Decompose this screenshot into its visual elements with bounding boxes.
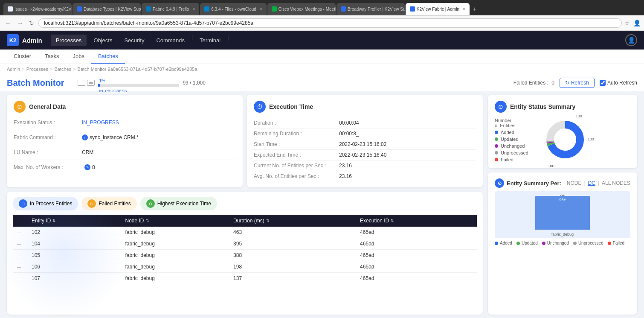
per-tab-node[interactable]: NODE: [567, 180, 582, 186]
nav-security[interactable]: Security: [119, 35, 149, 46]
current-eps-row: Current No. of Entities per Sec : 23.16: [254, 160, 476, 171]
fabric-command-info-icon[interactable]: i: [82, 134, 88, 140]
col-entity-id[interactable]: Entity ID ⇅: [27, 215, 121, 227]
grid-icon[interactable]: [78, 80, 85, 86]
forward-button[interactable]: →: [15, 19, 25, 27]
tab-failed-entities[interactable]: ⊙ Failed Entities: [81, 197, 136, 210]
user-avatar[interactable]: 👤: [625, 34, 637, 46]
auto-refresh-toggle[interactable]: Auto Refresh: [600, 80, 637, 86]
donut-label-top: 100: [576, 114, 582, 118]
auto-refresh-checkbox[interactable]: [600, 80, 606, 86]
donut-label-bottom: 100: [548, 164, 554, 168]
legend-dot-unprocessed: [495, 151, 498, 155]
row-toggle[interactable]: —: [17, 253, 21, 258]
progress-status-label: IN_PROGRESS: [99, 89, 127, 93]
per-tab-all-nodes[interactable]: ALL NODES: [602, 180, 630, 186]
row-toggle[interactable]: —: [17, 230, 21, 235]
subnav-jobs[interactable]: Jobs: [66, 50, 91, 64]
table-row: — 107 fabric_debug 137 465ad: [13, 273, 477, 283]
tab-database-types[interactable]: Database Types | K2View Supp... ×: [73, 3, 141, 15]
per-legend: Added Updated Unchanged Unprocessed: [495, 241, 630, 245]
entity-status-title: Entity Status Summary: [510, 103, 575, 110]
back-button[interactable]: ←: [3, 19, 13, 27]
breadcrumb-batches[interactable]: Batches: [54, 67, 71, 72]
tab-owncloud[interactable]: 6.3.4 - Files - ownCloud ×: [200, 3, 266, 15]
table-row: — 102 fabric_debug 463 465ad: [13, 227, 477, 238]
refresh-button[interactable]: ↻ Refresh: [560, 78, 595, 88]
breadcrumb: Admin > Processes > Batches > Batch Moni…: [0, 64, 644, 74]
entity-per-icon: ⊙: [495, 178, 504, 188]
execution-id-cell: 465ad: [356, 250, 477, 261]
nav-terminal[interactable]: Terminal: [194, 35, 226, 46]
row-toggle[interactable]: —: [17, 265, 21, 269]
col-node-id[interactable]: Node ID ⇅: [121, 215, 229, 227]
per-legend-updated: Updated: [516, 241, 538, 245]
entity-id-cell: 106: [27, 261, 121, 273]
process-entities-section: ⊙ In Process Entities ⊙ Failed Entities …: [7, 192, 483, 315]
entity-per-card: ⊙ Entity Summary Per: NODE | DC | ALL NO…: [488, 172, 637, 315]
chart-bar-value: 96+: [535, 196, 589, 202]
subnav-cluster[interactable]: Cluster: [7, 50, 38, 64]
general-data-title: General Data: [29, 103, 66, 110]
list-icon[interactable]: [87, 80, 95, 86]
view-toggle[interactable]: [78, 80, 95, 86]
tab-broadway[interactable]: Broadway Profiler | K2View Sup... ×: [337, 3, 405, 15]
tab-k2view-admin[interactable]: K2View Fabric | Admin ×: [406, 3, 470, 15]
per-dot-unprocessed: [573, 242, 577, 245]
nav-objects[interactable]: Objects: [88, 35, 117, 46]
per-tab-dc[interactable]: DC: [588, 180, 595, 186]
donut-area: 100 100: [544, 118, 586, 162]
entities-table: Entity ID ⇅ Node ID ⇅ Duration (ms) ⇅ Ex…: [13, 215, 477, 283]
address-bar[interactable]: [38, 18, 622, 28]
per-legend-added: Added: [495, 241, 512, 245]
fabric-command-row: Fabric Command : i sync_instance CRM.*: [14, 133, 236, 142]
subnav-tasks[interactable]: Tasks: [38, 50, 66, 64]
duration-cell: 463: [229, 227, 356, 238]
subnav-batches[interactable]: Batches: [91, 50, 125, 64]
entity-status-chart: Numberof Entities Added Updated: [495, 118, 630, 162]
tab-highest-exec[interactable]: ⊙ Highest Execution Time: [140, 197, 217, 210]
col-execution-id[interactable]: Execution ID ⇅: [356, 215, 477, 227]
lu-name-row: LU Name : CRM: [14, 148, 236, 157]
execution-id-cell: 465ad: [356, 227, 477, 238]
legend-dot-updated: [495, 137, 498, 141]
tab-issues[interactable]: Issues · k2view-academy/K2Vie... ×: [3, 3, 72, 15]
tab-trello[interactable]: Fabric 6.4.9 | Trello ×: [142, 3, 199, 15]
header-right: Failed Entities : 0 ↻ Refresh Auto Refre…: [513, 78, 637, 88]
tab-bar: Issues · k2view-academy/K2Vie... × Datab…: [0, 0, 644, 15]
failed-entities-tab-label: Failed Entities: [99, 201, 131, 207]
right-panel: ⊙ Entity Status Summary Numberof Entitie…: [488, 95, 637, 315]
donut-chart-svg: [544, 118, 586, 161]
tab-webex[interactable]: Cisco Webex Meetings - Meeti... ×: [267, 3, 336, 15]
nav-bar: ← → ↻ ☆ 👤: [0, 15, 644, 31]
entity-status-summary-header: ⊙ Entity Status Summary: [495, 101, 630, 113]
col-duration[interactable]: Duration (ms) ⇅: [229, 215, 356, 227]
avg-eps-value: 23.16: [339, 173, 352, 179]
avg-eps-label: Avg. No. of Entities per Sec :: [254, 173, 339, 179]
tab-in-process[interactable]: ⊙ In Process Entities: [13, 197, 78, 210]
new-tab-button[interactable]: +: [473, 6, 476, 12]
page-title: Batch Monitor: [7, 78, 64, 88]
profile-icon: 👤: [633, 20, 641, 26]
failed-entities-count: 0: [551, 80, 554, 86]
legend-failed: Failed: [495, 157, 528, 162]
start-time-label: Start Time :: [254, 141, 339, 147]
nav-processes[interactable]: Processes: [51, 35, 87, 46]
breadcrumb-admin[interactable]: Admin: [7, 67, 20, 72]
row-toggle[interactable]: —: [17, 242, 21, 246]
nav-commands[interactable]: Commands: [151, 35, 189, 46]
remaining-duration-row: Remaining Duration : 00:00:8_: [254, 128, 476, 139]
chart-x-label: fabric_debug: [551, 232, 574, 236]
in-process-tab-icon: ⊙: [19, 199, 27, 208]
reload-button[interactable]: ↻: [27, 19, 36, 27]
start-time-value: 2022-02-23 15:16:02: [339, 141, 386, 147]
breadcrumb-processes[interactable]: Processes: [26, 67, 48, 72]
table-row: — 106 fabric_debug 198 465ad: [13, 261, 477, 273]
execution-id-cell: 465ad: [356, 273, 477, 283]
max-workers-edit-icon[interactable]: ✎: [84, 164, 90, 170]
node-id-cell: fabric_debug: [121, 227, 229, 238]
per-dot-added: [495, 242, 498, 245]
entities-table-body: — 102 fabric_debug 463 465ad — 104 fabri…: [13, 227, 477, 283]
top-navigation: K2 Admin Processes Objects Security Comm…: [0, 31, 644, 50]
row-toggle[interactable]: —: [17, 276, 21, 281]
